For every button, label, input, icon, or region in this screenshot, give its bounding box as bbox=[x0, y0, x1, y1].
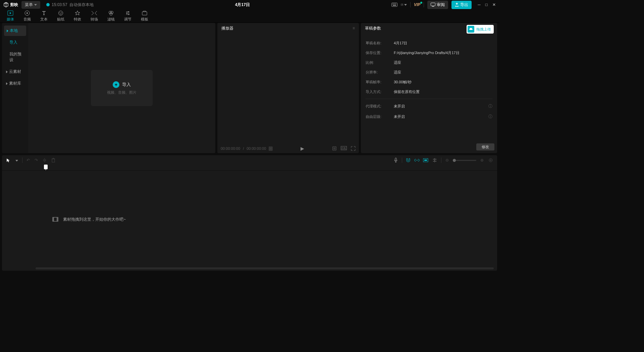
zoom-in-icon[interactable]: ⊕ bbox=[480, 157, 484, 163]
info-icon[interactable]: ⓘ bbox=[488, 103, 492, 109]
media-icon bbox=[7, 10, 13, 16]
tab-label: 调节 bbox=[124, 17, 131, 22]
sidebar-item-local[interactable]: 本地 bbox=[4, 26, 26, 36]
keyboard-icon[interactable] bbox=[391, 2, 397, 7]
player-title: 播放器 bbox=[221, 26, 233, 31]
tab-template[interactable]: 模板 bbox=[136, 9, 153, 23]
menu-button[interactable]: 菜单 bbox=[21, 1, 40, 9]
titlebar-right: VIP 审阅 导出 ─ □ ✕ bbox=[391, 1, 496, 9]
timeline-hint-text: 素材拖拽到这里，开始你的大作吧~ bbox=[63, 217, 126, 222]
review-icon bbox=[431, 3, 435, 7]
sidebar-item-import[interactable]: 导入 bbox=[2, 37, 28, 48]
params-panel: 拖拽上传 草稿参数 草稿名称:4月17日 保存位置:F:/rj/jianying… bbox=[361, 23, 497, 153]
timeline-tracks[interactable]: 素材拖拽到这里，开始你的大作吧~ bbox=[2, 171, 497, 268]
svg-point-21 bbox=[128, 14, 129, 15]
import-subtitle: 视频、音频、图片 bbox=[107, 90, 137, 95]
tab-label: 滤镜 bbox=[107, 17, 115, 22]
save-time: 15:03:57 bbox=[52, 2, 67, 7]
delete-tool[interactable] bbox=[51, 157, 56, 163]
close-button[interactable]: ✕ bbox=[492, 2, 496, 7]
undo-button[interactable]: ↶ bbox=[26, 157, 31, 163]
params-body: 草稿名称:4月17日 保存位置:F:/rj/jianying/JianyingP… bbox=[361, 34, 497, 122]
svg-point-19 bbox=[128, 11, 129, 12]
tab-transition[interactable]: 转场 bbox=[86, 9, 103, 23]
align-icon[interactable] bbox=[432, 157, 438, 163]
tab-media[interactable]: 媒体 bbox=[2, 9, 19, 23]
zoom-out-icon[interactable]: ⊖ bbox=[445, 157, 449, 163]
param-label: 分辨率: bbox=[366, 70, 394, 75]
review-button[interactable]: 审阅 bbox=[427, 1, 448, 9]
param-label: 比例: bbox=[366, 60, 394, 65]
plus-icon: + bbox=[113, 81, 119, 88]
review-label: 审阅 bbox=[437, 2, 445, 8]
chevron-right-icon bbox=[6, 71, 8, 73]
media-sidebar: 本地 导入 我的预设 云素材 素材库 bbox=[2, 23, 28, 153]
sidebar-item-presets[interactable]: 我的预设 bbox=[2, 48, 28, 66]
zoom-fit-icon[interactable] bbox=[488, 157, 494, 163]
param-value: 保留在原有位置 bbox=[394, 89, 420, 94]
upload-label: 拖拽上传 bbox=[476, 27, 491, 32]
tab-label: 特效 bbox=[74, 17, 81, 22]
layout-icon[interactable] bbox=[401, 2, 407, 7]
time-sep: / bbox=[243, 146, 244, 150]
pointer-tool[interactable] bbox=[5, 157, 11, 163]
svg-rect-9 bbox=[431, 3, 435, 6]
timecode-toggle[interactable]: ▫ bbox=[269, 146, 273, 151]
divider bbox=[22, 158, 22, 163]
param-row-name: 草稿名称:4月17日 bbox=[366, 38, 492, 48]
tab-audio[interactable]: 音频 bbox=[19, 9, 36, 23]
param-row-fps: 草稿帧率:30.00帧/秒 bbox=[366, 77, 492, 87]
zoom-slider[interactable] bbox=[453, 160, 476, 161]
split-tool[interactable] bbox=[42, 157, 47, 163]
tab-filter[interactable]: 滤镜 bbox=[103, 9, 119, 23]
timeline-scrollbar[interactable] bbox=[36, 267, 494, 269]
save-text: 自动保存本地 bbox=[69, 2, 94, 8]
svg-point-12 bbox=[26, 12, 28, 14]
sidebar-label: 导入 bbox=[9, 40, 17, 45]
vip-badge[interactable]: VIP bbox=[414, 2, 420, 7]
menu-label: 菜单 bbox=[25, 2, 33, 8]
ratio-icon[interactable]: 匹配 bbox=[341, 146, 347, 151]
tab-text[interactable]: 文本 bbox=[36, 9, 52, 23]
crop-icon[interactable] bbox=[332, 146, 337, 151]
playhead[interactable] bbox=[46, 165, 46, 170]
fullscreen-icon[interactable] bbox=[351, 146, 356, 151]
tab-label: 转场 bbox=[91, 17, 98, 22]
link-icon[interactable] bbox=[414, 158, 420, 163]
modify-button[interactable]: 修改 bbox=[476, 143, 494, 150]
tab-adjust[interactable]: 调节 bbox=[119, 9, 136, 23]
mic-icon[interactable] bbox=[393, 157, 398, 164]
import-card[interactable]: + 导入 视频、音频、图片 bbox=[91, 70, 153, 106]
export-icon bbox=[455, 3, 459, 7]
audio-icon bbox=[24, 10, 30, 16]
pointer-dropdown[interactable] bbox=[15, 157, 19, 163]
tab-sticker[interactable]: 贴纸 bbox=[52, 9, 69, 23]
svg-point-24 bbox=[334, 148, 335, 149]
divider bbox=[441, 158, 441, 163]
sidebar-item-library[interactable]: 素材库 bbox=[2, 78, 28, 89]
param-value: 未开启 bbox=[394, 114, 405, 119]
redo-button[interactable]: ↷ bbox=[34, 157, 39, 163]
minimize-button[interactable]: ─ bbox=[478, 2, 481, 7]
divider bbox=[366, 99, 492, 99]
player-viewport[interactable] bbox=[217, 34, 359, 144]
info-icon[interactable]: ⓘ bbox=[488, 114, 492, 120]
export-button[interactable]: 导出 bbox=[451, 1, 472, 9]
sidebar-label: 云素材 bbox=[9, 69, 21, 75]
player-menu-icon[interactable]: ≡ bbox=[353, 26, 355, 31]
param-label: 保存位置: bbox=[366, 50, 394, 55]
sidebar-item-cloud[interactable]: 云素材 bbox=[2, 66, 28, 78]
timeline-ruler[interactable] bbox=[2, 165, 497, 171]
playhead-handle[interactable] bbox=[44, 165, 48, 169]
svg-rect-2 bbox=[393, 4, 394, 4]
app-name: 剪映 bbox=[10, 2, 18, 8]
upload-button[interactable]: 拖拽上传 bbox=[467, 25, 494, 34]
maximize-button[interactable]: □ bbox=[485, 2, 488, 7]
preview-icon[interactable] bbox=[423, 158, 428, 162]
timeline-toolbar: ↶ ↷ ⊖ ⊕ bbox=[2, 155, 497, 165]
svg-rect-5 bbox=[393, 5, 396, 6]
play-button[interactable]: ▶ bbox=[301, 146, 304, 151]
tab-effects[interactable]: 特效 bbox=[69, 9, 86, 23]
magnet-icon[interactable] bbox=[406, 158, 411, 163]
svg-point-17 bbox=[111, 11, 113, 14]
